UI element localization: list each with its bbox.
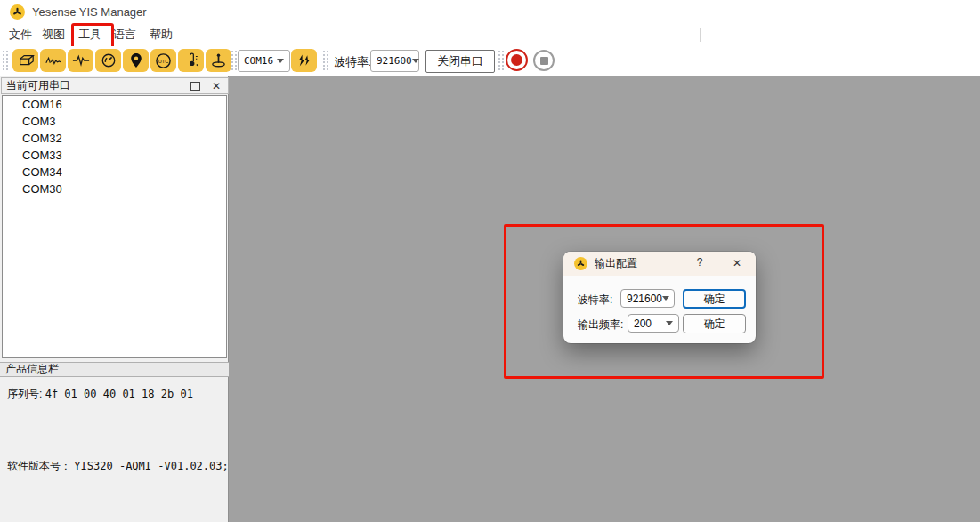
window-titlebar: Yesense YIS Manager <box>0 0 980 23</box>
port-list: COM16 COM3 COM32 COM33 COM34 COM30 <box>2 95 227 358</box>
utc-time-button[interactable]: UTC <box>150 49 176 72</box>
stop-button[interactable] <box>533 50 555 71</box>
port-list-item[interactable]: COM16 <box>3 96 226 113</box>
serial-ports-panel: 当前可用串口 ✕ COM16 COM3 COM32 COM33 COM34 CO… <box>0 76 229 522</box>
serial-panel-title: 当前可用串口 <box>2 78 190 93</box>
dialog-baud-confirm-button[interactable]: 确定 <box>683 289 746 309</box>
com-port-select[interactable]: COM16 <box>238 50 290 72</box>
serial-panel-header: 当前可用串口 ✕ <box>1 77 229 94</box>
serial-number-label: 序列号: <box>7 388 42 400</box>
float-panel-icon[interactable] <box>190 82 200 91</box>
software-version-row: 软件版本号： YIS320 -AQMI -V01.02.03; <box>7 459 229 474</box>
dialog-titlebar[interactable]: 输出配置 ? ✕ <box>563 252 756 276</box>
menu-language[interactable]: 语言 <box>113 27 136 43</box>
gauge-icon <box>101 52 117 68</box>
stop-icon <box>540 57 548 65</box>
menubar: 文件 视图 工具 语言 帮助 <box>0 23 980 47</box>
chevron-down-icon <box>277 59 284 63</box>
pulse-chart-button[interactable] <box>68 49 93 72</box>
3d-view-button[interactable] <box>12 49 38 72</box>
baud-rate-label: 波特率: <box>334 54 372 70</box>
menu-help[interactable]: 帮助 <box>150 27 173 43</box>
svg-text:UTC: UTC <box>158 58 169 63</box>
toolbar-break-divider <box>700 28 701 42</box>
menu-view[interactable]: 视图 <box>42 27 65 43</box>
utc-clock-icon: UTC <box>155 52 172 69</box>
toolbar-grip-handle[interactable] <box>498 50 504 72</box>
wave-chart-button[interactable] <box>40 49 66 72</box>
dialog-freq-value: 200 <box>628 317 666 330</box>
output-config-dialog: 输出配置 ? ✕ 波特率: 921600 确定 输出频率: 200 确定 <box>563 252 756 343</box>
probe-button[interactable] <box>206 49 231 72</box>
chevron-down-icon <box>666 321 673 325</box>
serial-number-row: 序列号: 4f 01 00 40 01 18 2b 01 <box>7 387 193 402</box>
software-version-label: 软件版本号： <box>7 460 71 472</box>
temperature-button[interactable] <box>178 49 204 72</box>
dialog-baud-value: 921600 <box>621 293 662 305</box>
record-button[interactable] <box>506 49 528 71</box>
dialog-freq-label: 输出频率: <box>578 317 623 333</box>
window-title: Yesense YIS Manager <box>32 5 147 19</box>
dialog-freq-confirm-button[interactable]: 确定 <box>683 314 746 333</box>
baud-rate-select[interactable]: 921600 <box>370 50 419 72</box>
port-list-item[interactable]: COM3 <box>3 113 226 130</box>
location-pin-icon <box>129 52 143 68</box>
gauge-button[interactable] <box>95 49 121 72</box>
refresh-ports-button[interactable] <box>291 49 317 72</box>
dialog-title: 输出配置 <box>595 256 637 271</box>
port-list-item[interactable]: COM33 <box>3 147 226 164</box>
toolbar-grip-handle[interactable] <box>231 50 237 72</box>
menu-tools[interactable]: 工具 <box>78 27 101 43</box>
port-list-item[interactable]: COM34 <box>3 164 226 181</box>
product-info-header: 产品信息栏 <box>0 362 229 377</box>
thermometer-icon <box>183 52 199 68</box>
dialog-baud-select[interactable]: 921600 <box>620 289 675 308</box>
toolbar: UTC COM16 波特率: 921600 关闭串口 <box>0 46 980 76</box>
dialog-help-button[interactable]: ? <box>692 256 707 270</box>
dialog-logo-icon <box>574 257 587 270</box>
chevron-down-icon <box>412 59 419 63</box>
record-icon <box>511 54 522 66</box>
toolbar-grip-handle[interactable] <box>322 50 328 72</box>
software-version-value: YIS320 -AQMI -V01.02.03; <box>74 460 228 472</box>
dialog-baud-label: 波特率: <box>578 293 612 308</box>
dialog-close-button[interactable]: ✕ <box>729 255 745 271</box>
menu-tools-label: 工具 <box>78 28 101 41</box>
cube-icon <box>17 53 35 68</box>
serial-number-value: 4f 01 00 40 01 18 2b 01 <box>45 388 193 400</box>
port-list-item[interactable]: COM30 <box>3 181 226 197</box>
location-button[interactable] <box>123 49 149 72</box>
com-port-value: COM16 <box>239 55 277 67</box>
close-panel-icon[interactable]: ✕ <box>212 81 221 92</box>
close-serial-button[interactable]: 关闭串口 <box>425 50 495 73</box>
menu-file[interactable]: 文件 <box>9 27 32 43</box>
port-list-item[interactable]: COM32 <box>3 130 226 147</box>
dialog-freq-select[interactable]: 200 <box>628 314 679 333</box>
baud-rate-value: 921600 <box>371 55 412 67</box>
probe-icon <box>210 52 227 68</box>
app-logo-icon <box>10 4 25 20</box>
toolbar-grip-handle[interactable] <box>2 50 8 72</box>
chevron-down-icon <box>662 296 669 301</box>
pulse-wave-icon <box>72 53 90 68</box>
delta-wave-icon <box>45 53 62 68</box>
refresh-bolts-icon <box>296 53 312 68</box>
